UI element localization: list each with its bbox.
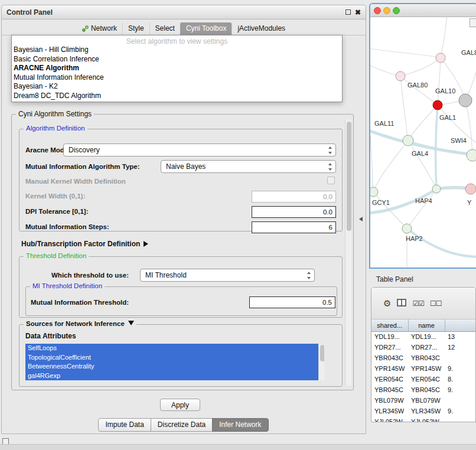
tab-select[interactable]: Select — [149, 22, 180, 35]
network-view-window: GAL80 GAL10 GAL11 GAL1 SWI4 GAL4 GCY1 HA… — [369, 3, 476, 269]
zoom-traffic-light[interactable] — [393, 7, 400, 14]
algorithm-item[interactable]: Dream8 DC_TDC Algorithm — [12, 92, 342, 101]
attributes-scrollbar-thumb[interactable] — [320, 345, 325, 361]
table-row[interactable]: YBL079WYBL079W — [371, 395, 476, 406]
hub-section-toggle[interactable]: Hub/Transcription Factor Definition — [21, 240, 148, 248]
node-label: GAL8 — [461, 49, 476, 56]
algorithm-item[interactable]: Bayesian - K2 — [12, 82, 342, 92]
apply-button[interactable]: Apply — [160, 399, 200, 411]
settings-group-title: Cyni Algorithm Settings — [16, 110, 94, 118]
algorithm-item-selected[interactable]: ARACNE Algorithm — [12, 64, 342, 73]
algorithm-definition-title: Algorithm Definition — [24, 125, 87, 132]
algorithm-item[interactable]: Mutual Information Inference — [12, 73, 342, 83]
threshold-definition-title: Threshold Definition — [24, 252, 89, 259]
collapse-down-icon — [128, 321, 134, 325]
manual-kernel-checkbox[interactable] — [327, 177, 335, 184]
node-red[interactable] — [433, 100, 442, 110]
node[interactable] — [459, 94, 472, 107]
bottom-tabs: Impute Data Discretize Data Infer Networ… — [2, 418, 366, 432]
tab-infer-network[interactable]: Infer Network — [212, 418, 268, 432]
algorithm-definition-group: Algorithm Definition Aracne Mode: Discov… — [19, 129, 343, 231]
attribute-item-selected[interactable]: BetweennessCentrality — [25, 362, 324, 371]
table-row[interactable]: YBR045CYBR045C9. — [371, 384, 476, 395]
node[interactable] — [403, 135, 413, 146]
dpi-tolerance-label: DPI Tolerance [0,1]: — [25, 208, 89, 215]
node[interactable] — [436, 53, 445, 63]
deselect-all-checkboxes-icon[interactable]: ☐☐ — [430, 299, 442, 308]
table-row[interactable]: YLR345WYLR345W9. — [371, 406, 476, 416]
algorithm-item[interactable]: Basic Correlation Inference — [12, 55, 342, 64]
attributes-scrollbar[interactable] — [318, 344, 324, 380]
settings-scrollbar-thumb[interactable] — [347, 122, 351, 231]
attribute-item-selected[interactable]: SelfLoops — [25, 344, 324, 353]
hub-section-label: Hub/Transcription Factor Definition — [21, 240, 140, 248]
sources-group-title[interactable]: Sources for Network Inference — [24, 320, 136, 327]
close-traffic-light[interactable] — [374, 7, 381, 14]
aracne-mode-combo[interactable]: Discovery — [63, 144, 336, 156]
kernel-width-field[interactable]: 0.0 — [252, 191, 336, 203]
combo-arrows-icon — [307, 271, 311, 282]
node-label: GAL4 — [412, 150, 428, 157]
mi-type-value: Naive Bayes — [166, 162, 206, 171]
table-row[interactable]: YDR27...YDR27...12 — [371, 342, 476, 353]
float-window-icon[interactable] — [345, 9, 351, 15]
table-row[interactable]: YJL052WYJL052W — [371, 416, 476, 422]
node-table: shared... name YDL19...YDL19...13 YDR27.… — [371, 319, 476, 422]
attribute-item-selected[interactable]: gal4RGexp — [25, 371, 324, 381]
node-label: GAL10 — [435, 87, 455, 94]
table-row[interactable]: YPR145WYPR145W9. — [371, 363, 476, 374]
which-threshold-combo[interactable]: MI Threshold — [140, 269, 315, 282]
tab-style[interactable]: Style — [122, 22, 149, 35]
node[interactable] — [370, 187, 378, 197]
columns-icon[interactable] — [397, 298, 406, 308]
column-header[interactable]: name — [408, 319, 445, 331]
canvas-corner-control[interactable] — [470, 18, 476, 27]
column-header[interactable] — [445, 319, 476, 331]
table-toolbar: ⚙ ☑☑ ☐☐ — [371, 288, 475, 319]
splitter-collapse-icon[interactable] — [359, 217, 363, 221]
mi-steps-field[interactable]: 6 — [252, 221, 336, 233]
threshold-definition-group: Threshold Definition Which threshold to … — [19, 256, 343, 318]
tab-network-label: Network — [91, 24, 117, 32]
gear-icon[interactable]: ⚙ — [383, 298, 391, 309]
node[interactable] — [465, 184, 476, 194]
node[interactable] — [396, 71, 405, 81]
close-icon[interactable]: ✖ — [355, 9, 361, 15]
mi-threshold-field[interactable]: 0.5 — [249, 296, 335, 308]
tab-jactivemodules[interactable]: jActiveModules — [232, 22, 291, 35]
node[interactable] — [467, 149, 476, 161]
data-attributes-label: Data Attributes — [25, 332, 76, 340]
select-all-checkboxes-icon[interactable]: ☑☑ — [412, 299, 424, 308]
tab-cyni-toolbox[interactable]: Cyni Toolbox — [180, 22, 232, 35]
mi-type-label: Mutual Information Algorithm Type: — [25, 163, 140, 170]
which-threshold-label: Which threshold to use: — [51, 272, 129, 279]
table-panel-title: Table Panel — [376, 275, 413, 283]
table-row[interactable]: YDL19...YDL19...13 — [371, 331, 476, 342]
mi-threshold-label: Mutual Information Threshold: — [31, 299, 129, 306]
status-strip — [0, 444, 476, 450]
minimize-traffic-light[interactable] — [383, 7, 390, 14]
tab-network[interactable]: Network — [77, 22, 122, 35]
network-canvas[interactable]: GAL80 GAL10 GAL11 GAL1 SWI4 GAL4 GCY1 HA… — [370, 17, 476, 268]
which-threshold-value: MI Threshold — [145, 271, 187, 279]
node-label: GAL1 — [439, 114, 456, 121]
node[interactable] — [432, 185, 441, 193]
network-window-titlebar[interactable] — [370, 4, 476, 17]
tab-impute-data[interactable]: Impute Data — [98, 418, 151, 432]
node-label: GAL11 — [374, 120, 394, 127]
mi-type-combo[interactable]: Naive Bayes — [161, 160, 336, 173]
settings-scrollbar[interactable] — [345, 119, 351, 385]
tab-discretize-data[interactable]: Discretize Data — [151, 418, 213, 432]
window-title: Control Panel — [6, 8, 53, 17]
algorithm-item[interactable]: Bayesian - Hill Climbing — [12, 45, 342, 55]
dpi-tolerance-field[interactable]: 0.0 — [252, 206, 336, 218]
algorithm-placeholder-item[interactable]: Select algorithm to view settings — [12, 35, 342, 45]
combo-arrows-icon — [328, 162, 332, 173]
column-header[interactable]: shared... — [371, 319, 408, 331]
node[interactable] — [402, 224, 412, 233]
table-row[interactable]: YER054CYER054C8. — [371, 374, 476, 384]
control-panel-titlebar[interactable]: Control Panel ✖ — [2, 5, 366, 19]
table-row[interactable]: YBR043CYBR043C — [371, 353, 476, 363]
attribute-item-selected[interactable]: TopologicalCoefficient — [25, 353, 324, 363]
network-highlight-edges — [370, 105, 476, 257]
